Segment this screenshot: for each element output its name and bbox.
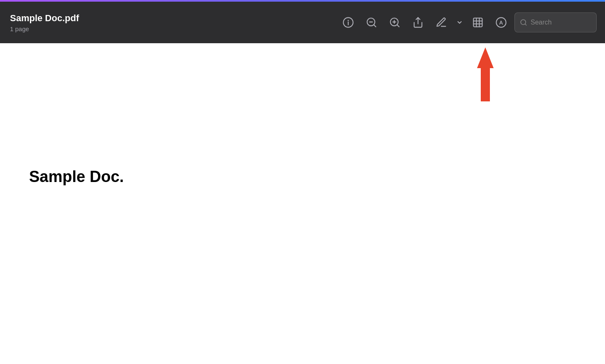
fit-page-button[interactable]: [468, 12, 488, 32]
svg-text:A: A: [499, 20, 503, 26]
pen-icon: [435, 17, 447, 28]
annotate-button[interactable]: [431, 12, 451, 32]
search-icon: [520, 19, 527, 26]
marker-button[interactable]: A: [491, 12, 511, 32]
doc-pages: 1 page: [10, 25, 79, 32]
pdf-page: Sample Doc.: [0, 43, 605, 364]
zoom-out-icon: [366, 17, 377, 28]
share-button[interactable]: [408, 12, 428, 32]
search-input[interactable]: [531, 19, 591, 26]
chevron-down-icon: [456, 19, 463, 26]
toolbar-icons: A: [338, 12, 597, 32]
pdf-page-text: Sample Doc.: [29, 168, 580, 186]
info-button[interactable]: [338, 12, 358, 32]
zoom-in-icon: [389, 17, 401, 28]
zoom-in-button[interactable]: [385, 12, 405, 32]
pdf-content-area: Sample Doc.: [0, 43, 605, 364]
doc-title: Sample Doc.pdf: [10, 12, 79, 25]
arrow-shaft: [481, 68, 490, 101]
svg-line-15: [525, 24, 526, 25]
share-icon: [412, 17, 424, 28]
arrow-head: [477, 47, 494, 68]
annotation-dropdown-button[interactable]: [455, 12, 465, 32]
search-box: [514, 12, 597, 32]
svg-line-4: [374, 25, 376, 27]
marker-icon: A: [495, 17, 507, 28]
svg-line-7: [397, 25, 399, 27]
arrow-annotation: [477, 47, 494, 101]
toolbar: Sample Doc.pdf 1 page: [0, 2, 605, 43]
info-icon: [342, 17, 354, 28]
doc-info: Sample Doc.pdf 1 page: [10, 12, 79, 32]
zoom-out-button[interactable]: [362, 12, 381, 32]
svg-rect-11: [474, 18, 482, 27]
fit-page-icon: [472, 17, 484, 28]
